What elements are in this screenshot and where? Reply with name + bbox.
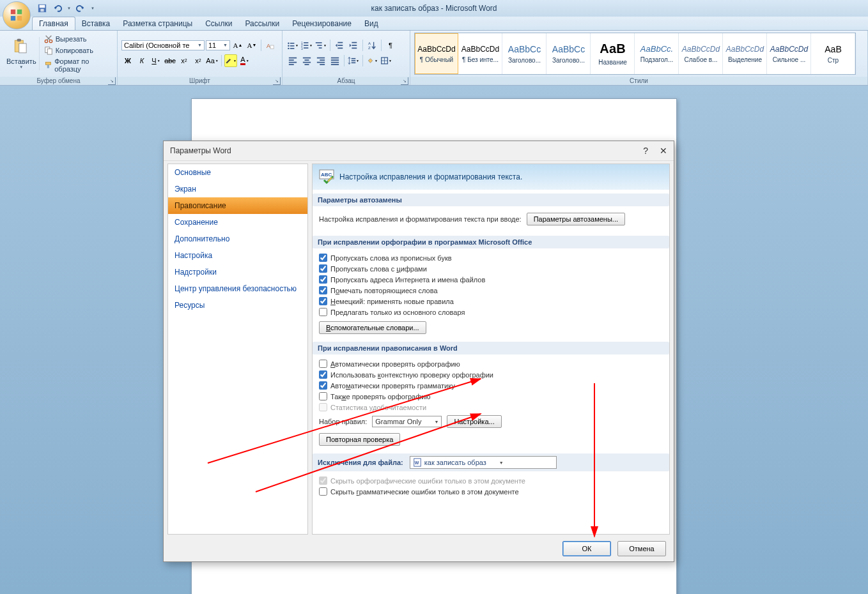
subscript-icon[interactable]: x2 — [178, 54, 190, 67]
font-size-combo[interactable]: 11▼ — [206, 40, 230, 50]
italic-icon[interactable]: К — [136, 54, 148, 67]
svg-rect-54 — [331, 59, 339, 61]
flag-repeated-checkbox[interactable] — [319, 286, 327, 294]
font-name-combo[interactable]: Calibri (Основной те▼ — [121, 40, 205, 50]
ok-button[interactable]: ОК — [562, 541, 611, 556]
cut-button[interactable]: Вырезать — [42, 34, 113, 44]
font-color-icon[interactable]: A▼ — [238, 54, 251, 67]
shading-icon[interactable]: ▼ — [366, 54, 378, 67]
redo-icon[interactable] — [74, 2, 87, 15]
style-item-4[interactable]: АаВНазвание — [591, 33, 635, 74]
help-icon[interactable]: ? — [643, 146, 648, 156]
sort-icon[interactable]: AZ — [366, 39, 378, 52]
style-item-9[interactable]: AaBСтр — [812, 33, 855, 74]
increase-indent-icon[interactable] — [347, 39, 360, 52]
svg-text:3: 3 — [301, 47, 303, 49]
style-item-7[interactable]: AaBbCcDdВыделение — [724, 33, 767, 74]
nav-addins[interactable]: Надстройки — [168, 264, 307, 280]
undo-icon[interactable] — [51, 2, 64, 15]
nav-spelling[interactable]: Правописание — [168, 197, 307, 214]
paste-button[interactable]: Вставить ▼ — [6, 38, 36, 69]
tab-layout[interactable]: Разметка страницы — [116, 17, 199, 30]
svg-rect-25 — [304, 42, 308, 43]
underline-icon[interactable]: Ч▼ — [150, 54, 162, 67]
justify-icon[interactable] — [329, 54, 341, 67]
qat-customize-icon[interactable]: ▼ — [89, 2, 96, 15]
office-button[interactable] — [3, 1, 31, 29]
tab-insert[interactable]: Вставка — [75, 17, 117, 30]
shrink-font-icon[interactable]: A▼ — [245, 39, 258, 52]
undo-dropdown-icon[interactable]: ▼ — [66, 2, 72, 15]
style-item-8[interactable]: AaBbCcDdСильное ... — [768, 33, 811, 74]
auto-spellcheck-checkbox[interactable] — [319, 360, 327, 368]
align-center-icon[interactable] — [300, 54, 313, 67]
strikethrough-icon[interactable]: abc — [164, 54, 176, 67]
numbering-icon[interactable]: 123▼ — [300, 39, 313, 52]
format-painter-button[interactable]: Формат по образцу — [42, 57, 113, 73]
skip-uppercase-checkbox[interactable] — [319, 254, 327, 262]
tab-references[interactable]: Ссылки — [199, 17, 238, 30]
skip-numbers-checkbox[interactable] — [319, 264, 327, 273]
change-case-icon[interactable]: Aa▼ — [206, 54, 219, 67]
cancel-button[interactable]: Отмена — [617, 541, 666, 556]
main-dict-only-checkbox[interactable] — [319, 308, 327, 316]
german-rules-checkbox[interactable] — [319, 297, 327, 305]
nav-trust[interactable]: Центр управления безопасностью — [168, 280, 307, 297]
style-item-3[interactable]: AaBbCcЗаголово... — [547, 33, 591, 74]
nav-resources[interactable]: Ресурсы — [168, 297, 307, 314]
svg-rect-35 — [337, 47, 343, 49]
skip-urls-checkbox[interactable] — [319, 275, 327, 284]
line-spacing-icon[interactable]: ▼ — [347, 54, 360, 67]
rules-select[interactable]: Grammar Only▼ — [372, 416, 442, 427]
rules-label: Набор правил: — [319, 418, 367, 425]
style-item-1[interactable]: AaBbCcDd¶ Без инте... — [459, 33, 502, 74]
tab-review[interactable]: Рецензирование — [286, 17, 358, 30]
save-icon[interactable] — [36, 2, 49, 15]
align-right-icon[interactable] — [314, 54, 327, 67]
hide-grammar-errors-checkbox[interactable] — [319, 487, 327, 496]
recheck-button[interactable]: Повторная проверка — [319, 433, 400, 446]
show-marks-icon[interactable]: ¶ — [384, 39, 397, 52]
align-left-icon[interactable] — [286, 54, 299, 67]
nav-advanced[interactable]: Дополнительно — [168, 231, 307, 247]
tab-mailings[interactable]: Рассылки — [238, 17, 286, 30]
borders-icon[interactable]: ▼ — [380, 54, 392, 67]
grammar-settings-button[interactable]: Настройка... — [447, 415, 501, 428]
copy-button[interactable]: Копировать — [42, 45, 113, 56]
tab-home[interactable]: Главная — [32, 17, 75, 30]
svg-rect-17 — [270, 45, 274, 49]
also-check-spelling-checkbox[interactable] — [319, 392, 327, 400]
autocorrect-options-button[interactable]: Параметры автозамены... — [527, 213, 625, 225]
clear-formatting-icon[interactable]: A — [264, 39, 277, 52]
style-item-0[interactable]: AaBbCcDd¶ Обычный — [415, 33, 458, 74]
style-item-2[interactable]: AaBbCcЗаголово... — [503, 33, 546, 74]
clipboard-launcher-icon[interactable]: ↘ — [108, 77, 116, 85]
close-icon[interactable]: ✕ — [660, 146, 667, 156]
paragraph-group-label: Абзац↘ — [283, 77, 410, 85]
skip-urls-label: Пропускать адреса Интернета и имена файл… — [330, 276, 485, 284]
contextual-spelling-checkbox[interactable] — [319, 370, 327, 379]
nav-screen[interactable]: Экран — [168, 181, 307, 197]
nav-save[interactable]: Сохранение — [168, 214, 307, 231]
styles-gallery[interactable]: AaBbCcDd¶ ОбычныйAaBbCcDd¶ Без инте...Aa… — [414, 33, 856, 75]
exceptions-file-select[interactable]: Wкак записать образ ▼ — [410, 456, 557, 469]
font-launcher-icon[interactable]: ↘ — [273, 77, 281, 85]
nav-customize[interactable]: Настройка — [168, 247, 307, 264]
format-painter-label: Формат по образцу — [54, 57, 111, 73]
paragraph-launcher-icon[interactable]: ↘ — [401, 77, 408, 85]
auto-grammar-checkbox[interactable] — [319, 381, 327, 390]
style-item-6[interactable]: AaBbCcDdСлабое в... — [679, 33, 723, 74]
grow-font-icon[interactable]: A▲ — [231, 39, 244, 52]
superscript-icon[interactable]: x2 — [192, 54, 205, 67]
hide-grammar-errors-label: Скрыть грамматические ошибки только в эт… — [330, 488, 519, 496]
dialog-titlebar[interactable]: Параметры Word ? ✕ — [164, 141, 674, 160]
multilevel-list-icon[interactable]: ▼ — [314, 39, 327, 52]
nav-main[interactable]: Основные — [168, 164, 307, 181]
decrease-indent-icon[interactable] — [333, 39, 346, 52]
style-item-5[interactable]: AaBbCc.Подзагол... — [635, 33, 679, 74]
bold-icon[interactable]: Ж — [121, 54, 134, 67]
custom-dictionaries-button[interactable]: Вспомогательные словари... — [319, 321, 426, 334]
bullets-icon[interactable]: ▼ — [286, 39, 299, 52]
tab-view[interactable]: Вид — [358, 17, 385, 30]
highlight-icon[interactable]: ▼ — [224, 54, 237, 67]
